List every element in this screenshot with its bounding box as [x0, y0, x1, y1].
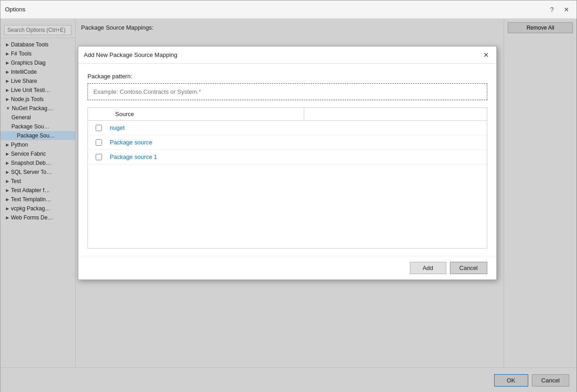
options-window: Options ? ✕ ▶Database Tools▶F# Tools▶Gra… [0, 0, 577, 392]
source-check-cell-nuget [88, 125, 110, 131]
options-title: Options [5, 6, 26, 13]
source-checkbox-nuget[interactable] [96, 125, 102, 131]
source-row-nuget: nuget [88, 121, 487, 135]
dialog-add-button[interactable]: Add [410, 262, 446, 274]
dialog-cancel-button[interactable]: Cancel [450, 262, 487, 274]
source-check-cell-package-source-1 [88, 154, 110, 160]
source-column-header: Source [110, 108, 304, 120]
source-checkbox-package-source-1[interactable] [96, 154, 102, 160]
source-table-header: Source [88, 108, 487, 121]
dialog-body: Package pattern: Source nugetPackage sou… [78, 64, 496, 256]
close-button[interactable]: ✕ [561, 4, 572, 15]
options-titlebar: Options ? ✕ [0, 0, 577, 19]
help-button[interactable]: ? [546, 4, 557, 15]
source-table: Source nugetPackage sourcePackage source… [87, 107, 487, 249]
source-checkbox-package-source[interactable] [96, 139, 102, 146]
source-table-body: nugetPackage sourcePackage source 1 [88, 121, 487, 248]
dialog-footer: Add Cancel [78, 256, 496, 280]
add-mapping-dialog: Add New Package Source Mapping ✕ Package… [78, 46, 497, 280]
source-table-check-col [88, 108, 110, 120]
package-pattern-input[interactable] [87, 83, 487, 100]
dialog-close-button[interactable]: ✕ [481, 50, 491, 60]
source-check-cell-package-source [88, 139, 110, 146]
dialog-overlay: Add New Package Source Mapping ✕ Package… [0, 19, 577, 392]
package-pattern-label: Package pattern: [87, 73, 487, 80]
source-name-package-source: Package source [110, 137, 487, 148]
titlebar-controls: ? ✕ [546, 4, 572, 15]
source-name-package-source-1: Package source 1 [110, 152, 487, 162]
source-row-package-source: Package source [88, 135, 487, 150]
dialog-title: Add New Package Source Mapping [84, 51, 177, 58]
source-table-extra-col [304, 108, 487, 120]
dialog-titlebar: Add New Package Source Mapping ✕ [78, 46, 496, 64]
source-name-nuget: nuget [110, 122, 487, 133]
source-row-package-source-1: Package source 1 [88, 150, 487, 164]
